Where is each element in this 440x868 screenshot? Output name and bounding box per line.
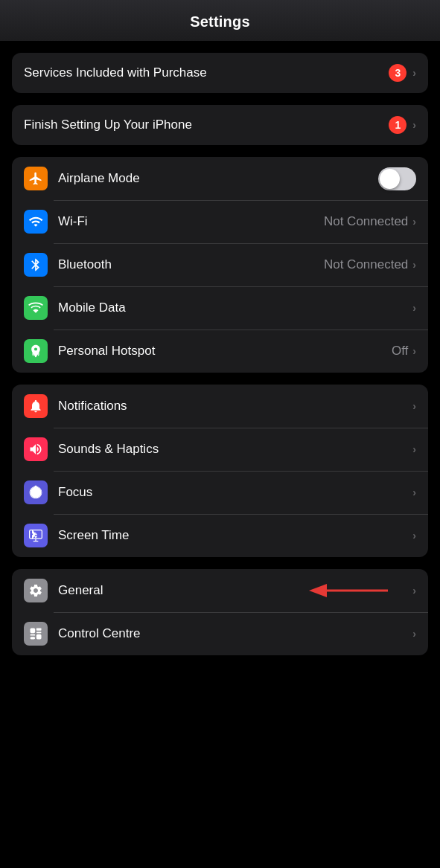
finish-row[interactable]: Finish Setting Up Your iPhone 1 › [12,105,428,145]
bluetooth-chevron: › [412,259,416,271]
control-centre-icon [28,626,43,641]
control-centre-chevron: › [412,628,416,640]
sounds-haptics-row[interactable]: Sounds & Haptics › [12,428,428,471]
bluetooth-icon [28,257,43,272]
general-card: General › [12,569,428,655]
sounds-haptics-chevron: › [412,443,416,455]
svg-rect-7 [31,637,36,639]
control-centre-label: Control Centre [58,626,412,641]
services-section: Services Included with Purchase 3 › [12,53,428,93]
airplane-mode-label: Airplane Mode [58,171,378,186]
services-label: Services Included with Purchase [24,65,389,80]
general-label: General [58,583,412,598]
services-badge: 3 [389,64,406,82]
wifi-row[interactable]: Wi-Fi Not Connected › [12,200,428,243]
svg-rect-6 [31,634,36,636]
content: Services Included with Purchase 3 › Fini… [0,53,440,655]
wifi-icon [28,214,43,229]
sounds-haptics-icon-wrap [24,437,48,461]
notifications-label: Notifications [58,399,412,414]
focus-label: Focus [58,485,412,500]
personal-hotspot-row[interactable]: Personal Hotspot Off › [12,329,428,373]
page-title: Settings [190,13,250,30]
control-centre-icon-wrap [24,622,48,646]
notifications-icon-wrap [24,394,48,418]
mobile-data-chevron: › [412,302,416,314]
personal-hotspot-icon [28,344,43,359]
mobile-data-icon-wrap [24,296,48,320]
notifications-section: Notifications › Sounds & Haptics › [12,385,428,557]
wifi-value: Not Connected [324,214,408,229]
airplane-mode-row[interactable]: Airplane Mode [12,157,428,200]
screen-time-icon-wrap [24,524,48,547]
general-icon [28,583,43,598]
focus-chevron: › [412,486,416,498]
focus-row[interactable]: Focus › [12,471,428,514]
mobile-data-label: Mobile Data [58,300,412,315]
connectivity-card: Airplane Mode Wi-Fi Not Connected › [12,157,428,373]
bluetooth-row[interactable]: Bluetooth Not Connected › [12,243,428,286]
personal-hotspot-label: Personal Hotspot [58,344,392,359]
sounds-haptics-label: Sounds & Haptics [58,442,412,457]
screen-time-chevron: › [412,530,416,541]
general-chevron: › [412,585,416,597]
finish-badge: 1 [389,116,406,134]
header: Settings [0,0,440,41]
svg-point-0 [35,356,36,358]
focus-icon [28,485,43,500]
sounds-haptics-icon [28,442,43,457]
connectivity-section: Airplane Mode Wi-Fi Not Connected › [12,157,428,373]
notifications-chevron: › [412,400,416,412]
mobile-data-icon [28,300,43,315]
personal-hotspot-icon-wrap [24,339,48,363]
mobile-data-row[interactable]: Mobile Data › [12,286,428,329]
screen-time-icon [28,528,43,543]
general-section: General › [12,569,428,655]
personal-hotspot-chevron: › [412,345,416,357]
bluetooth-value: Not Connected [324,257,408,272]
screen-time-row[interactable]: Screen Time › [12,514,428,557]
finish-label: Finish Setting Up Your iPhone [24,118,389,132]
wifi-label: Wi-Fi [58,214,324,229]
airplane-mode-toggle[interactable] [378,167,416,190]
bluetooth-label: Bluetooth [58,257,324,272]
notifications-row[interactable]: Notifications › [12,385,428,428]
general-icon-wrap [24,579,48,602]
bluetooth-icon-wrap [24,253,48,277]
notifications-card: Notifications › Sounds & Haptics › [12,385,428,557]
services-chevron: › [412,67,416,79]
finish-chevron: › [412,119,416,131]
wifi-chevron: › [412,216,416,228]
services-row[interactable]: Services Included with Purchase 3 › [12,53,428,93]
personal-hotspot-value: Off [392,344,408,359]
control-centre-row[interactable]: Control Centre › [12,612,428,655]
notifications-icon [28,399,43,414]
screen-time-label: Screen Time [58,528,412,543]
airplane-icon [28,171,43,186]
airplane-mode-toggle-knob [380,169,400,189]
svg-rect-8 [36,634,42,640]
finish-section: Finish Setting Up Your iPhone 1 › [12,105,428,145]
general-row[interactable]: General › [12,569,428,612]
focus-icon-wrap [24,480,48,504]
svg-rect-4 [36,629,42,631]
airplane-mode-icon-wrap [24,167,48,190]
wifi-icon-wrap [24,210,48,234]
svg-rect-5 [36,632,42,634]
svg-rect-3 [31,629,36,634]
